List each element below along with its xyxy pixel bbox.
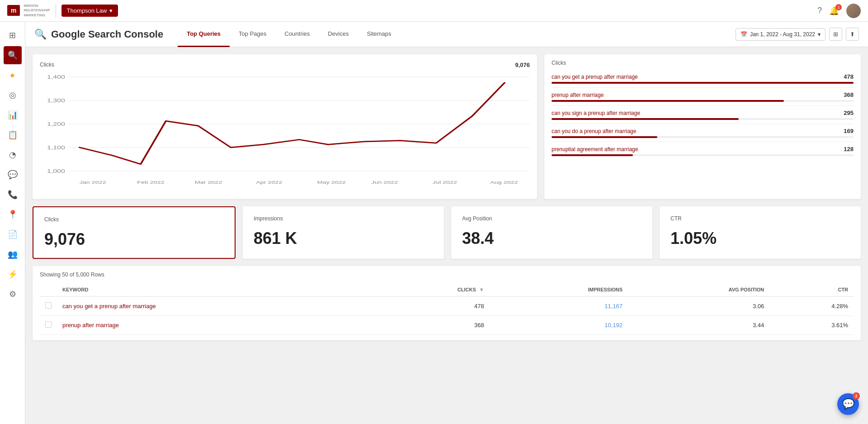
tab-top-queries[interactable]: Top Queries (178, 22, 230, 47)
sidebar-item-orange[interactable]: ● (4, 66, 22, 84)
table-info: Showing 50 of 5,000 Rows (40, 272, 854, 278)
help-icon[interactable]: ? (817, 6, 822, 15)
query-count-5: 128 (844, 146, 854, 152)
row1-checkbox-cell[interactable] (40, 296, 57, 316)
th-keyword[interactable]: KEYWORD (57, 283, 375, 296)
row2-keyword[interactable]: prenup after marriage (57, 316, 375, 335)
client-dropdown[interactable]: Thompson Law ▾ (61, 5, 118, 17)
query-row-3: can you sign a prenup after marriage 295 (552, 110, 854, 116)
top-bar-right: ? 🔔 1 (817, 4, 861, 18)
query-link-1[interactable]: can you get a prenup after marriage (552, 74, 638, 80)
page-icon: 🔍 (34, 29, 47, 40)
chat-bubble[interactable]: 💬 2 (837, 393, 859, 415)
sidebar-item-users[interactable]: 👥 (4, 245, 22, 263)
sort-icon: ▼ (479, 287, 484, 292)
svg-text:Feb 2022: Feb 2022 (137, 180, 165, 185)
metrics-row: Clicks 9,076 Impressions 861 K Avg Posit… (33, 206, 861, 259)
row2-avg-position: 3.44 (628, 316, 769, 335)
sidebar-item-search[interactable]: 🔍 (4, 46, 22, 64)
query-row-4: can you do a prenup after marriage 169 (552, 128, 854, 134)
query-link-5[interactable]: prenuptial agreement after marriage (552, 146, 638, 152)
metric-avg-position-value: 38.4 (462, 229, 642, 248)
date-range-button[interactable]: 📅 Jan 1, 2022 - Aug 31, 2022 ▾ (736, 28, 826, 41)
tab-countries[interactable]: Countries (276, 22, 319, 47)
svg-text:1,300: 1,300 (47, 98, 65, 104)
query-item-3: can you sign a prenup after marriage 295 (552, 106, 854, 124)
svg-text:Apr 2022: Apr 2022 (256, 180, 282, 185)
query-bar-bg-3 (552, 118, 854, 120)
query-item-5: prenuptial agreement after marriage 128 (552, 142, 854, 160)
sidebar-item-bar[interactable]: 📊 (4, 106, 22, 124)
sidebar-item-location[interactable]: 📍 (4, 205, 22, 224)
main-content: Clicks 9,076 1,400 1,300 1,200 1,100 1,0… (25, 47, 868, 424)
table-section: Showing 50 of 5,000 Rows KEYWORD CLICKS … (33, 266, 861, 340)
metric-clicks-label: Clicks (44, 216, 224, 223)
th-ctr[interactable]: CTR (769, 283, 854, 296)
query-count-1: 478 (844, 73, 854, 80)
chart-title: Clicks (40, 62, 54, 68)
metric-clicks[interactable]: Clicks 9,076 (33, 206, 236, 259)
sidebar: ⊞ 🔍 ● ◎ 📊 📋 ◔ 💬 📞 📍 📄 👥 ⚡ ⚙ (0, 22, 25, 424)
row2-checkbox[interactable] (45, 321, 52, 328)
columns-button[interactable]: ⊞ (829, 28, 842, 41)
svg-text:Aug 2022: Aug 2022 (490, 180, 518, 185)
sidebar-item-pie[interactable]: ◔ (4, 146, 22, 164)
tab-devices[interactable]: Devices (319, 22, 358, 47)
sidebar-item-lightning[interactable]: ⚡ (4, 265, 22, 283)
query-bar-bg-1 (552, 82, 854, 84)
query-item-2: prenup after marriage 368 (552, 88, 854, 106)
svg-text:1,400: 1,400 (47, 75, 65, 80)
query-row-2: prenup after marriage 368 (552, 91, 854, 98)
query-list: can you get a prenup after marriage 478 … (552, 70, 854, 160)
th-avg-position[interactable]: AVG POSITION (628, 283, 769, 296)
query-bar-2 (552, 100, 784, 102)
metric-clicks-value: 9,076 (44, 230, 224, 249)
dropdown-arrow-icon: ▾ (109, 7, 113, 14)
metric-impressions-label: Impressions (254, 215, 433, 222)
sidebar-item-settings[interactable]: ⚙ (4, 285, 22, 303)
tab-top-pages[interactable]: Top Pages (230, 22, 275, 47)
sidebar-item-grid[interactable]: ⊞ (4, 26, 22, 44)
chat-bubble-icon: 💬 (842, 398, 854, 410)
query-link-4[interactable]: can you do a prenup after marriage (552, 128, 636, 134)
chart-total: 9,076 (515, 62, 530, 68)
sidebar-item-chat[interactable]: 💬 (4, 166, 22, 184)
page-title: Google Search Console (51, 29, 163, 40)
query-link-3[interactable]: can you sign a prenup after marriage (552, 110, 640, 116)
sidebar-item-document[interactable]: 📄 (4, 225, 22, 243)
query-count-2: 368 (844, 91, 854, 98)
table-head: KEYWORD CLICKS ▼ IMPRESSIONS AVG POSITIO… (40, 283, 854, 296)
query-row-5: prenuptial agreement after marriage 128 (552, 146, 854, 152)
row1-keyword[interactable]: can you get a prenup after marriage (57, 296, 375, 316)
query-bar-4 (552, 136, 657, 138)
svg-text:1,200: 1,200 (47, 122, 65, 127)
sidebar-item-calendar[interactable]: 📋 (4, 126, 22, 144)
queries-panel: Clicks can you get a prenup after marria… (544, 54, 861, 199)
query-count-4: 169 (844, 128, 854, 134)
sidebar-item-phone[interactable]: 📞 (4, 186, 22, 204)
sidebar-item-circle[interactable]: ◎ (4, 86, 22, 104)
th-impressions[interactable]: IMPRESSIONS (490, 283, 628, 296)
metric-impressions[interactable]: Impressions 861 K (243, 206, 444, 259)
query-link-2[interactable]: prenup after marriage (552, 92, 604, 98)
metric-ctr[interactable]: CTR 1.05% (660, 206, 861, 259)
chart-svg: 1,400 1,300 1,200 1,100 1,000 Jan 2022 F… (40, 72, 530, 190)
row2-checkbox-cell[interactable] (40, 316, 57, 335)
table-body: can you get a prenup after marriage 478 … (40, 296, 854, 335)
share-button[interactable]: ⬆ (846, 28, 859, 41)
svg-text:Mar 2022: Mar 2022 (195, 180, 222, 185)
tab-sitemaps[interactable]: Sitemaps (358, 22, 400, 47)
date-range-label: Jan 1, 2022 - Aug 31, 2022 (750, 31, 815, 38)
th-clicks[interactable]: CLICKS ▼ (375, 283, 490, 296)
svg-text:1,100: 1,100 (47, 145, 65, 151)
avatar[interactable] (846, 4, 861, 18)
notification-badge: 1 (835, 4, 842, 10)
logo-divider (56, 4, 56, 18)
row1-checkbox[interactable] (45, 302, 52, 309)
notification-icon[interactable]: 🔔 1 (829, 6, 839, 16)
query-bar-5 (552, 154, 633, 156)
top-bar: m MARIONRELATIONSHIPMARKETING Thompson L… (0, 0, 868, 22)
client-name: Thompson Law (67, 7, 107, 14)
metric-avg-position[interactable]: Avg Position 38.4 (451, 206, 652, 259)
svg-text:Jul 2022: Jul 2022 (433, 180, 457, 185)
